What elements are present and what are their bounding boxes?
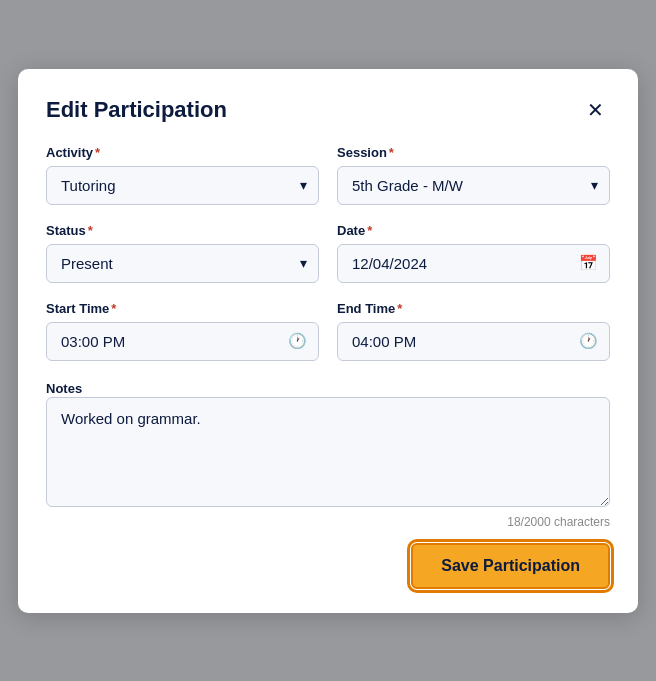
status-label: Status* bbox=[46, 223, 319, 238]
start-time-input-wrapper: 🕐 bbox=[46, 322, 319, 361]
notes-label: Notes bbox=[46, 381, 82, 396]
activity-select-wrapper: Tutoring ▾ bbox=[46, 166, 319, 205]
notes-textarea[interactable]: Worked on grammar. bbox=[46, 397, 610, 507]
end-time-required: * bbox=[397, 301, 402, 316]
status-required: * bbox=[88, 223, 93, 238]
activity-select[interactable]: Tutoring bbox=[46, 166, 319, 205]
char-count: 18/2000 characters bbox=[46, 515, 610, 529]
footer-row: Save Participation bbox=[46, 543, 610, 589]
end-time-group: End Time* 🕐 bbox=[337, 301, 610, 361]
activity-group: Activity* Tutoring ▾ bbox=[46, 145, 319, 205]
notes-group: Notes Worked on grammar. 18/2000 charact… bbox=[46, 379, 610, 529]
session-group: Session* 5th Grade - M/W ▾ bbox=[337, 145, 610, 205]
start-time-group: Start Time* 🕐 bbox=[46, 301, 319, 361]
date-input-wrapper: 📅 bbox=[337, 244, 610, 283]
start-time-required: * bbox=[111, 301, 116, 316]
date-group: Date* 📅 bbox=[337, 223, 610, 283]
activity-required: * bbox=[95, 145, 100, 160]
modal-overlay: Edit Participation ✕ Activity* Tutoring … bbox=[0, 0, 656, 681]
modal-header: Edit Participation ✕ bbox=[46, 97, 610, 123]
row-status-date: Status* Present ▾ Date* 📅 bbox=[46, 223, 610, 283]
session-required: * bbox=[389, 145, 394, 160]
end-time-input-wrapper: 🕐 bbox=[337, 322, 610, 361]
activity-label: Activity* bbox=[46, 145, 319, 160]
date-required: * bbox=[367, 223, 372, 238]
date-label: Date* bbox=[337, 223, 610, 238]
status-select[interactable]: Present bbox=[46, 244, 319, 283]
end-time-label: End Time* bbox=[337, 301, 610, 316]
status-select-wrapper: Present ▾ bbox=[46, 244, 319, 283]
session-select-wrapper: 5th Grade - M/W ▾ bbox=[337, 166, 610, 205]
session-select[interactable]: 5th Grade - M/W bbox=[337, 166, 610, 205]
row-activity-session: Activity* Tutoring ▾ Session* 5th Grade … bbox=[46, 145, 610, 205]
status-group: Status* Present ▾ bbox=[46, 223, 319, 283]
start-time-input[interactable] bbox=[46, 322, 319, 361]
edit-participation-modal: Edit Participation ✕ Activity* Tutoring … bbox=[18, 69, 638, 613]
modal-title: Edit Participation bbox=[46, 97, 227, 123]
save-participation-button[interactable]: Save Participation bbox=[411, 543, 610, 589]
close-button[interactable]: ✕ bbox=[581, 98, 610, 122]
session-label: Session* bbox=[337, 145, 610, 160]
end-time-input[interactable] bbox=[337, 322, 610, 361]
row-times: Start Time* 🕐 End Time* 🕐 bbox=[46, 301, 610, 361]
date-input[interactable] bbox=[337, 244, 610, 283]
start-time-label: Start Time* bbox=[46, 301, 319, 316]
